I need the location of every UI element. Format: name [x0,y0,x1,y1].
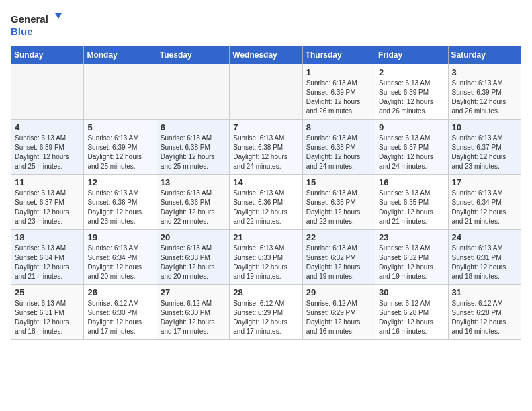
day-number: 9 [379,122,444,132]
day-number: 6 [161,122,226,132]
calendar-cell: 2Sunrise: 6:13 AM Sunset: 6:39 PM Daylig… [375,64,448,120]
day-info: Sunrise: 6:12 AM Sunset: 6:29 PM Dayligh… [306,299,371,336]
logo: General Blue [11,11,64,39]
day-info: Sunrise: 6:13 AM Sunset: 6:38 PM Dayligh… [161,134,226,171]
calendar-cell: 5Sunrise: 6:13 AM Sunset: 6:39 PM Daylig… [84,120,157,175]
day-number: 24 [452,232,517,242]
calendar-cell: 7Sunrise: 6:13 AM Sunset: 6:38 PM Daylig… [230,120,302,175]
calendar-week-5: 25Sunrise: 6:13 AM Sunset: 6:31 PM Dayli… [11,285,521,340]
calendar-cell: 6Sunrise: 6:13 AM Sunset: 6:38 PM Daylig… [157,120,229,175]
day-info: Sunrise: 6:13 AM Sunset: 6:36 PM Dayligh… [161,189,226,226]
calendar-week-2: 4Sunrise: 6:13 AM Sunset: 6:39 PM Daylig… [11,120,521,175]
column-header-tuesday: Tuesday [157,46,229,64]
calendar-cell: 22Sunrise: 6:13 AM Sunset: 6:32 PM Dayli… [302,230,375,285]
calendar-cell: 10Sunrise: 6:13 AM Sunset: 6:37 PM Dayli… [448,120,521,175]
calendar-week-1: 1Sunrise: 6:13 AM Sunset: 6:39 PM Daylig… [11,64,521,120]
calendar-cell: 20Sunrise: 6:13 AM Sunset: 6:33 PM Dayli… [157,230,229,285]
calendar-cell: 1Sunrise: 6:13 AM Sunset: 6:39 PM Daylig… [302,64,375,120]
calendar-cell: 12Sunrise: 6:13 AM Sunset: 6:36 PM Dayli… [84,175,157,230]
day-info: Sunrise: 6:13 AM Sunset: 6:32 PM Dayligh… [306,244,371,281]
calendar-cell: 23Sunrise: 6:13 AM Sunset: 6:32 PM Dayli… [375,230,448,285]
day-number: 20 [161,232,226,242]
day-info: Sunrise: 6:12 AM Sunset: 6:30 PM Dayligh… [161,299,226,336]
day-info: Sunrise: 6:13 AM Sunset: 6:34 PM Dayligh… [15,244,80,281]
day-number: 19 [87,232,152,242]
day-number: 13 [161,177,226,187]
day-number: 31 [452,287,517,298]
day-info: Sunrise: 6:13 AM Sunset: 6:38 PM Dayligh… [233,134,298,171]
calendar-cell: 13Sunrise: 6:13 AM Sunset: 6:36 PM Dayli… [157,175,229,230]
day-info: Sunrise: 6:12 AM Sunset: 6:28 PM Dayligh… [452,299,517,336]
calendar-cell: 24Sunrise: 6:13 AM Sunset: 6:31 PM Dayli… [448,230,521,285]
day-info: Sunrise: 6:13 AM Sunset: 6:39 PM Dayligh… [15,134,80,171]
day-number: 16 [379,177,444,187]
calendar-cell: 11Sunrise: 6:13 AM Sunset: 6:37 PM Dayli… [11,175,84,230]
day-info: Sunrise: 6:13 AM Sunset: 6:33 PM Dayligh… [233,244,298,281]
day-info: Sunrise: 6:13 AM Sunset: 6:36 PM Dayligh… [87,189,152,226]
calendar-table: SundayMondayTuesdayWednesdayThursdayFrid… [11,46,521,340]
day-info: Sunrise: 6:13 AM Sunset: 6:35 PM Dayligh… [306,189,371,226]
calendar-cell: 27Sunrise: 6:12 AM Sunset: 6:30 PM Dayli… [157,285,229,340]
day-info: Sunrise: 6:13 AM Sunset: 6:31 PM Dayligh… [452,244,517,281]
svg-text:General: General [11,13,48,25]
calendar-cell: 8Sunrise: 6:13 AM Sunset: 6:38 PM Daylig… [302,120,375,175]
day-info: Sunrise: 6:13 AM Sunset: 6:39 PM Dayligh… [306,79,371,116]
day-info: Sunrise: 6:13 AM Sunset: 6:32 PM Dayligh… [379,244,444,281]
logo-svg: General Blue [11,11,64,39]
calendar-cell: 18Sunrise: 6:13 AM Sunset: 6:34 PM Dayli… [11,230,84,285]
calendar-cell: 9Sunrise: 6:13 AM Sunset: 6:37 PM Daylig… [375,120,448,175]
day-number: 5 [87,122,152,132]
calendar-cell: 14Sunrise: 6:13 AM Sunset: 6:36 PM Dayli… [230,175,302,230]
day-number: 3 [452,67,517,77]
column-header-thursday: Thursday [302,46,375,64]
calendar-cell: 4Sunrise: 6:13 AM Sunset: 6:39 PM Daylig… [11,120,84,175]
svg-marker-2 [55,13,62,19]
column-header-friday: Friday [375,46,448,64]
day-number: 25 [15,287,80,298]
day-number: 21 [233,232,298,242]
day-number: 1 [306,67,371,77]
calendar-cell: 3Sunrise: 6:13 AM Sunset: 6:39 PM Daylig… [448,64,521,120]
day-number: 11 [15,177,80,187]
day-info: Sunrise: 6:13 AM Sunset: 6:34 PM Dayligh… [452,189,517,226]
day-info: Sunrise: 6:13 AM Sunset: 6:36 PM Dayligh… [233,189,298,226]
day-number: 17 [452,177,517,187]
day-info: Sunrise: 6:13 AM Sunset: 6:37 PM Dayligh… [452,134,517,171]
calendar-cell: 21Sunrise: 6:13 AM Sunset: 6:33 PM Dayli… [230,230,302,285]
calendar-week-4: 18Sunrise: 6:13 AM Sunset: 6:34 PM Dayli… [11,230,521,285]
calendar-cell: 28Sunrise: 6:12 AM Sunset: 6:29 PM Dayli… [230,285,302,340]
calendar-cell: 29Sunrise: 6:12 AM Sunset: 6:29 PM Dayli… [302,285,375,340]
calendar-cell: 19Sunrise: 6:13 AM Sunset: 6:34 PM Dayli… [84,230,157,285]
day-number: 18 [15,232,80,242]
day-number: 29 [306,287,371,298]
day-info: Sunrise: 6:13 AM Sunset: 6:39 PM Dayligh… [87,134,152,171]
column-header-monday: Monday [84,46,157,64]
day-info: Sunrise: 6:13 AM Sunset: 6:31 PM Dayligh… [15,299,80,336]
calendar-cell [230,64,302,120]
calendar-cell: 30Sunrise: 6:12 AM Sunset: 6:28 PM Dayli… [375,285,448,340]
day-info: Sunrise: 6:13 AM Sunset: 6:34 PM Dayligh… [87,244,152,281]
day-number: 4 [15,122,80,132]
day-info: Sunrise: 6:12 AM Sunset: 6:29 PM Dayligh… [233,299,298,336]
day-number: 26 [87,287,152,298]
calendar-cell: 26Sunrise: 6:12 AM Sunset: 6:30 PM Dayli… [84,285,157,340]
calendar-cell [157,64,229,120]
day-info: Sunrise: 6:13 AM Sunset: 6:33 PM Dayligh… [161,244,226,281]
day-number: 8 [306,122,371,132]
calendar-cell: 31Sunrise: 6:12 AM Sunset: 6:28 PM Dayli… [448,285,521,340]
day-info: Sunrise: 6:12 AM Sunset: 6:28 PM Dayligh… [379,299,444,336]
day-number: 15 [306,177,371,187]
calendar-week-3: 11Sunrise: 6:13 AM Sunset: 6:37 PM Dayli… [11,175,521,230]
day-info: Sunrise: 6:13 AM Sunset: 6:39 PM Dayligh… [452,79,517,116]
column-header-saturday: Saturday [448,46,521,64]
day-info: Sunrise: 6:13 AM Sunset: 6:37 PM Dayligh… [15,189,80,226]
day-info: Sunrise: 6:13 AM Sunset: 6:39 PM Dayligh… [379,79,444,116]
day-number: 2 [379,67,444,77]
day-number: 22 [306,232,371,242]
day-number: 23 [379,232,444,242]
column-header-sunday: Sunday [11,46,84,64]
day-info: Sunrise: 6:13 AM Sunset: 6:38 PM Dayligh… [306,134,371,171]
day-info: Sunrise: 6:13 AM Sunset: 6:37 PM Dayligh… [379,134,444,171]
column-header-wednesday: Wednesday [230,46,302,64]
day-info: Sunrise: 6:12 AM Sunset: 6:30 PM Dayligh… [87,299,152,336]
